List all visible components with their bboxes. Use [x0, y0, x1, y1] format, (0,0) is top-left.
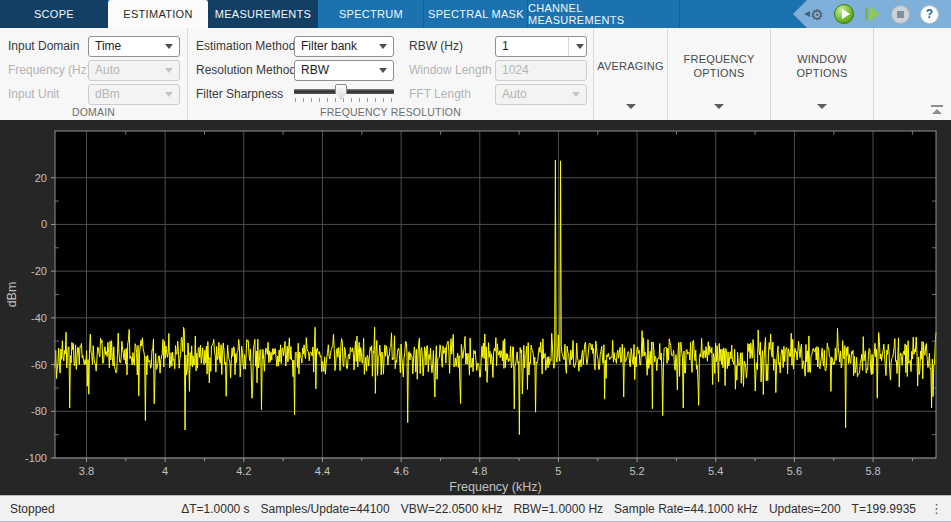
tab-estimation[interactable]: ESTIMATION [108, 0, 208, 28]
metric-delta-t: ΔT=1.0000 s [181, 502, 249, 516]
slider-ticks [295, 98, 393, 102]
metric-sample-rate: Sample Rate=44.1000 kHz [614, 502, 758, 516]
tabbar-filler [680, 0, 793, 28]
chevron-down-icon [379, 44, 387, 49]
input-unit-label: Input Unit [8, 87, 88, 101]
tab-measurements[interactable]: MEASUREMENTS [208, 0, 318, 28]
estimation-method-dropdown[interactable]: Filter bank [294, 36, 394, 57]
window-length-label: Window Length [409, 63, 495, 77]
metric-time: T=199.9935 [852, 502, 916, 516]
input-unit-dropdown: dBm [88, 84, 180, 105]
chevron-down-icon [576, 44, 584, 49]
metric-updates: Updates=200 [769, 502, 841, 516]
filter-sharpness-slider[interactable] [294, 83, 394, 105]
playback-settings-icon[interactable]: ⚙ [811, 7, 824, 22]
fft-length-label: FFT Length [409, 87, 495, 101]
averaging-button[interactable]: AVERAGING [594, 28, 668, 120]
tab-scope[interactable]: SCOPE [0, 0, 108, 28]
svg-text:-80: -80 [31, 405, 47, 417]
svg-text:-40: -40 [31, 312, 47, 324]
spectrum-plot[interactable]: 3.844.24.44.64.855.25.45.65.8200-20-40-6… [0, 120, 951, 495]
tab-channel-measurements[interactable]: CHANNEL MEASUREMENTS [528, 0, 680, 28]
chevron-down-icon [572, 92, 580, 97]
chevron-down-icon [817, 104, 827, 109]
input-domain-dropdown[interactable]: Time [88, 36, 180, 57]
domain-section: Input Domain Time Frequency (Hz) Auto In… [0, 28, 188, 120]
domain-section-caption: DOMAIN [0, 106, 187, 118]
window-length-field: 1024 [495, 60, 587, 81]
svg-text:0: 0 [41, 218, 47, 230]
svg-text:3.8: 3.8 [79, 465, 94, 477]
chevron-down-icon [379, 68, 387, 73]
svg-text:5: 5 [555, 465, 561, 477]
resolution-method-label: Resolution Method [196, 63, 294, 77]
svg-text:5.6: 5.6 [787, 465, 802, 477]
chevron-down-icon [165, 92, 173, 97]
frequency-label: Frequency (Hz) [8, 63, 88, 77]
scope-state: Stopped [0, 502, 55, 516]
svg-text:4.2: 4.2 [236, 465, 251, 477]
frequency-options-button[interactable]: FREQUENCY OPTIONS [668, 28, 771, 120]
fft-length-dropdown: Auto [495, 84, 587, 105]
statusbar: Stopped ΔT=1.0000 s Samples/Update=44100… [0, 495, 951, 522]
step-forward-icon[interactable] [864, 7, 881, 21]
svg-text:-100: -100 [25, 452, 47, 464]
filter-sharpness-thumb[interactable] [335, 84, 347, 99]
spectrum-plot-panel: 3.844.24.44.64.855.25.45.65.8200-20-40-6… [0, 120, 951, 495]
collapse-toolstrip-button[interactable] [931, 105, 943, 114]
metric-vbw: VBW=22.0500 kHz [401, 502, 503, 516]
filter-sharpness-label: Filter Sharpness [196, 87, 294, 101]
estimation-toolstrip: Input Domain Time Frequency (Hz) Auto In… [0, 28, 951, 120]
help-icon[interactable]: ? [920, 5, 939, 24]
chevron-down-icon [714, 104, 724, 109]
svg-text:dBm: dBm [5, 282, 19, 308]
window-options-button[interactable]: WINDOW OPTIONS [771, 28, 874, 120]
svg-text:5.8: 5.8 [865, 465, 880, 477]
ribbon-tabbar: SCOPE ESTIMATION MEASUREMENTS SPECTRUM S… [0, 0, 951, 28]
spectrum-analyzer-window: SCOPE ESTIMATION MEASUREMENTS SPECTRUM S… [0, 0, 951, 522]
tab-spectrum[interactable]: SPECTRUM [318, 0, 424, 28]
run-icon[interactable] [834, 4, 854, 24]
tab-spectral-mask[interactable]: SPECTRAL MASK [424, 0, 528, 28]
chevron-down-icon [165, 44, 173, 49]
svg-text:20: 20 [35, 172, 47, 184]
chevron-down-icon [626, 104, 636, 109]
svg-text:4.4: 4.4 [315, 465, 330, 477]
rbw-label: RBW (Hz) [409, 39, 495, 53]
svg-text:Frequency (kHz): Frequency (kHz) [449, 480, 541, 494]
rbw-combobox[interactable]: 1 [495, 36, 587, 57]
svg-text:-60: -60 [31, 359, 47, 371]
frequency-resolution-caption: FREQUENCY RESOLUTION [188, 106, 593, 118]
status-metrics: ΔT=1.0000 s Samples/Update=44100 VBW=22.… [181, 502, 951, 516]
svg-text:-20: -20 [31, 265, 47, 277]
toolbar-tail [874, 28, 951, 120]
svg-text:4.8: 4.8 [472, 465, 487, 477]
svg-text:5.4: 5.4 [708, 465, 723, 477]
status-menu-icon[interactable]: ⋮ [927, 502, 946, 515]
estimation-method-label: Estimation Method [196, 39, 294, 53]
metric-samples-update: Samples/Update=44100 [261, 502, 390, 516]
quick-access-toolbar: ⚙ ? [793, 0, 951, 28]
frequency-resolution-section: Estimation Method Filter bank RBW (Hz) 1… [188, 28, 594, 120]
frequency-dropdown: Auto [88, 60, 180, 81]
svg-text:4: 4 [162, 465, 168, 477]
metric-rbw: RBW=1.0000 Hz [513, 502, 603, 516]
chevron-down-icon [165, 68, 173, 73]
svg-text:5.2: 5.2 [629, 465, 644, 477]
resolution-method-dropdown[interactable]: RBW [294, 60, 394, 81]
stop-icon [891, 5, 910, 24]
input-domain-label: Input Domain [8, 39, 88, 53]
svg-text:4.6: 4.6 [393, 465, 408, 477]
